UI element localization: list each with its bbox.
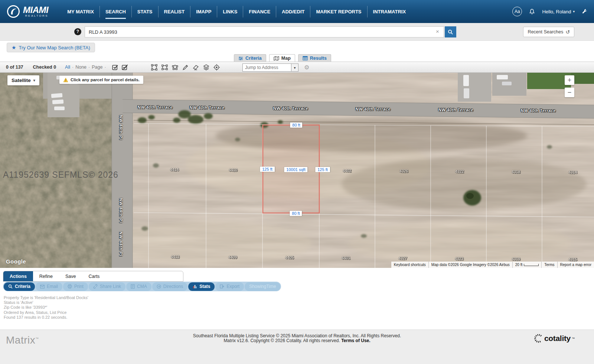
- cotality-c-icon: [533, 334, 543, 343]
- share-link-button-label: Share Link: [100, 284, 121, 289]
- select-all-link[interactable]: All: [65, 65, 70, 70]
- parcel-number: 4327: [398, 256, 407, 260]
- nav-links[interactable]: LINKS: [217, 6, 243, 17]
- layers-icon[interactable]: [202, 63, 210, 71]
- actions-section: Actions Refine Save Carts Criteria Email: [0, 268, 594, 329]
- summary-line: Property Type is 'Residential Land/Boat …: [4, 295, 88, 300]
- results-table-icon: [303, 56, 308, 60]
- summary-line: Status is 'Active': [4, 300, 88, 305]
- user-menu[interactable]: Hello, Roland ▾: [542, 9, 575, 14]
- tab-carts[interactable]: Carts: [82, 271, 106, 281]
- nav-realist[interactable]: REALIST: [158, 6, 190, 17]
- nav-imapp[interactable]: IMAPP: [190, 6, 217, 17]
- page-footer: Matrix™ Southeast Florida Multiple Listi…: [0, 329, 594, 364]
- proximity-target-icon[interactable]: [213, 63, 221, 71]
- eraser-tool-icon[interactable]: [192, 63, 200, 71]
- showingtime-button[interactable]: ShowingTime: [245, 282, 280, 291]
- font-size-button[interactable]: Aa: [512, 7, 522, 16]
- nav-add-edit[interactable]: ADD/EDIT: [276, 6, 310, 17]
- search-criteria-summary: Property Type is 'Residential Land/Boat …: [4, 295, 88, 320]
- directions-button[interactable]: Directions: [152, 282, 187, 291]
- search-icon: [448, 29, 453, 35]
- street-label: NW 40th Terrace: [521, 108, 556, 113]
- criteria-sliders-icon: [238, 56, 243, 61]
- email-button[interactable]: Email: [36, 282, 62, 291]
- history-icon: ↺: [565, 29, 570, 35]
- search-button[interactable]: [445, 26, 456, 37]
- share-link-button[interactable]: Share Link: [89, 282, 125, 291]
- parcel-dim-bottom: 80 ft: [290, 211, 302, 216]
- google-logo[interactable]: Google: [6, 258, 26, 265]
- zoom-out-button[interactable]: −: [565, 88, 574, 97]
- notifications-bell-icon[interactable]: [529, 8, 535, 15]
- jump-to-address-input[interactable]: [242, 63, 291, 72]
- checked-count: Checked 0: [33, 65, 56, 70]
- map-scale-bar: [524, 264, 539, 266]
- showingtime-button-label: ShowingTime: [249, 284, 276, 289]
- jump-dropdown-button[interactable]: ▾: [291, 63, 298, 72]
- nav-stats[interactable]: STATS: [131, 6, 158, 17]
- footer-line2: Matrix v12.6. Copyright © 2026 Cotality.…: [0, 338, 594, 343]
- nav-intramatrix[interactable]: INTRAMATRIX: [367, 6, 412, 17]
- export-button[interactable]: Export: [215, 282, 244, 291]
- tab-save[interactable]: Save: [59, 271, 82, 281]
- parcel-number: 4323: [455, 256, 463, 261]
- parcel-number: 4414: [170, 167, 179, 172]
- recent-searches-button[interactable]: Recent Searches ↺: [523, 27, 574, 37]
- polygon-tool-icon[interactable]: [171, 63, 179, 71]
- miami-realtors-logo[interactable]: MIAMI REALTORS: [7, 5, 48, 18]
- map-toolbar: 0 of 137 Checked 0 All · None · Page ·: [0, 62, 594, 73]
- print-icon: [68, 284, 72, 289]
- summary-line: Ordered by Area, Status, List Price: [4, 310, 88, 315]
- tab-map-label: Map: [281, 56, 291, 61]
- stats-button[interactable]: Stats: [188, 282, 215, 291]
- street-label: NW 40th Terrace: [356, 107, 391, 111]
- nav-my-matrix[interactable]: MY MATRIX: [62, 6, 99, 17]
- view-tabs-row: Criteria Map Results: [0, 54, 594, 62]
- nav-finance[interactable]: FINANCE: [243, 6, 276, 17]
- radius-tool-icon[interactable]: [150, 63, 158, 71]
- cma-button[interactable]: CMA: [126, 282, 151, 291]
- search-input[interactable]: [85, 26, 444, 37]
- terms-of-use-link[interactable]: Terms of Use.: [341, 338, 370, 343]
- miami-logo-icon: [7, 5, 20, 18]
- tab-results[interactable]: Results: [298, 54, 331, 62]
- map-type-button[interactable]: Satellite ▾: [7, 75, 39, 85]
- select-none-link[interactable]: None: [75, 65, 87, 70]
- tools-wrench-icon[interactable]: [581, 9, 587, 14]
- nav-market-reports[interactable]: MARKET REPORTS: [310, 6, 367, 17]
- criteria-button[interactable]: Criteria: [4, 282, 35, 291]
- main-menu: MY MATRIX SEARCH STATS REALIST IMAPP LIN…: [62, 0, 411, 23]
- tab-map[interactable]: Map: [269, 54, 295, 62]
- parcel-dim-top: 80 ft: [290, 122, 302, 128]
- nav-search[interactable]: SEARCH: [99, 6, 131, 17]
- mls-watermark: A11952639 SEFMLS© 2026: [3, 170, 118, 180]
- select-page-link[interactable]: Page: [92, 65, 102, 70]
- map-settings-gear-icon[interactable]: ⚙: [304, 63, 309, 72]
- help-icon[interactable]: ?: [74, 28, 81, 35]
- print-button[interactable]: Print: [63, 282, 88, 291]
- uncheck-page-icon[interactable]: [121, 64, 128, 71]
- tab-refine[interactable]: Refine: [33, 271, 59, 281]
- nav-right-cluster: Aa Hello, Roland ▾: [512, 7, 587, 16]
- rectangle-tool-icon[interactable]: [161, 63, 169, 71]
- beta-button-label: Try Our New Map Search (BETA): [19, 45, 90, 50]
- document-icon: [131, 284, 135, 289]
- zoom-in-button[interactable]: +: [565, 75, 574, 85]
- new-map-search-beta-button[interactable]: ★ Try Our New Map Search (BETA): [7, 43, 95, 52]
- clear-search-icon[interactable]: ×: [436, 29, 439, 35]
- map-canvas[interactable]: Satellite ▾ Click any parcel for parcel …: [0, 73, 594, 268]
- tab-results-label: Results: [310, 56, 327, 61]
- tab-criteria[interactable]: Criteria: [234, 54, 266, 62]
- check-page-icon[interactable]: [112, 64, 119, 71]
- map-terms-link[interactable]: Terms: [541, 262, 557, 268]
- street-label-vertical: NW 44th Pl: [119, 232, 123, 256]
- summary-line: Found 137 results in 0.22 seconds.: [4, 315, 88, 320]
- export-icon: [220, 284, 224, 289]
- keyboard-shortcuts-link[interactable]: Keyboard shortcuts: [391, 262, 428, 268]
- action-tabs: Actions Refine Save Carts: [3, 271, 183, 282]
- draw-pencil-icon[interactable]: [182, 63, 189, 71]
- report-map-error-link[interactable]: Report a map error: [557, 262, 594, 268]
- result-count: 0 of 137: [6, 65, 23, 70]
- tab-actions[interactable]: Actions: [3, 271, 33, 281]
